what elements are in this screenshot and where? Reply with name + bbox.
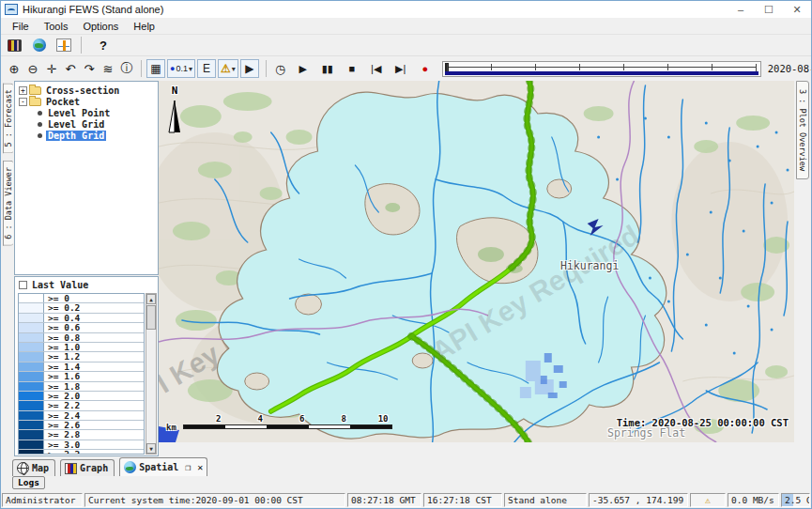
- scroll-thumb[interactable]: [146, 305, 156, 330]
- logs-button[interactable]: Logs: [12, 476, 45, 489]
- chevron-down-icon: ▾: [232, 65, 236, 73]
- right-tab-strip: 3 : Plot Overview: [794, 81, 811, 456]
- main-toolbar: ?: [1, 35, 811, 55]
- help-icon[interactable]: ?: [100, 39, 107, 53]
- tab-maximize-icon[interactable]: ❐: [185, 462, 191, 472]
- zoom-out-icon[interactable]: ⊖: [23, 59, 42, 78]
- tab-graph[interactable]: Graph: [60, 459, 115, 476]
- map-display-icon[interactable]: [33, 39, 46, 52]
- legend-swatch: [19, 352, 44, 361]
- point-size-dropdown[interactable]: ● 0.1 ▾: [167, 59, 195, 78]
- status-warning-icon[interactable]: ⚠: [690, 493, 726, 507]
- threshold-warning-dropdown[interactable]: ⚠ ▾: [218, 59, 238, 78]
- tree-node-level-point[interactable]: Level Point: [15, 107, 158, 118]
- left-tab-strip: 5 : Forecast 6 : Data Viewer: [1, 81, 14, 456]
- legend-row: >= 2.0: [19, 392, 144, 401]
- status-system-time: Current system time:2020-09-01 00:00 CST: [84, 493, 345, 507]
- legend-row: >= 0.2: [19, 303, 144, 313]
- zoom-in-icon[interactable]: ⊕: [5, 59, 23, 78]
- minimize-button[interactable]: –: [727, 1, 755, 18]
- map-time-label: Time: 2020-08-25 00:00:00 CST: [617, 417, 789, 428]
- legend-swatch: [19, 440, 44, 449]
- skip-end-icon[interactable]: ▶|: [391, 59, 410, 78]
- warning-icon: ⚠: [221, 62, 231, 75]
- legend-row: >= 1.2: [19, 352, 144, 362]
- expand-icon[interactable]: +: [19, 86, 27, 95]
- legend-swatch: [19, 294, 44, 302]
- database-icon[interactable]: [8, 39, 22, 52]
- legend-swatch: [19, 382, 44, 391]
- legend-swatch: [19, 411, 44, 420]
- chevron-down-icon: ▾: [189, 65, 192, 73]
- legend-row: >= 1.4: [19, 362, 144, 372]
- legend-swatch: [19, 450, 44, 455]
- zoom-next-icon[interactable]: ↷: [80, 59, 99, 78]
- place-label-hikurangi: Hikurangi: [560, 259, 619, 272]
- tree-node-pocket[interactable]: - Pocket: [15, 96, 158, 107]
- status-coordinates: -35.657 , 174.199: [589, 493, 688, 507]
- tab-data-viewer[interactable]: 6 : Data Viewer: [3, 161, 13, 246]
- legend-swatch: [19, 362, 44, 371]
- time-slider[interactable]: [442, 61, 761, 77]
- status-memory[interactable]: 2.5 GB: [781, 493, 810, 507]
- status-local-time: 16:27:18 CST: [423, 493, 502, 507]
- legend-swatch: [19, 372, 44, 380]
- last-value-checkbox[interactable]: [19, 281, 27, 289]
- menu-item[interactable]: Options: [75, 20, 126, 33]
- pan-icon[interactable]: ✛: [42, 59, 61, 78]
- collapse-icon[interactable]: -: [19, 98, 27, 106]
- layers-icon[interactable]: ≋: [99, 59, 117, 78]
- bullet-icon: [38, 122, 42, 127]
- legend-row: >= 0.6: [19, 323, 144, 332]
- tree-node-cross-section[interactable]: + Cross-section: [15, 85, 158, 96]
- legend-row: >= 0.4: [19, 314, 144, 323]
- zoom-previous-icon[interactable]: ↶: [61, 59, 80, 78]
- map-canvas[interactable]: API Key Required: [159, 81, 794, 442]
- stop-icon[interactable]: ■: [343, 59, 361, 78]
- grid-toggle-icon[interactable]: ▦: [146, 59, 165, 78]
- map-viewport[interactable]: API Key Required: [159, 81, 794, 456]
- menu-item[interactable]: Tools: [37, 20, 76, 33]
- skip-start-icon[interactable]: |◀: [367, 59, 386, 78]
- play-icon[interactable]: ▶: [294, 59, 313, 78]
- menu-item[interactable]: File: [5, 20, 37, 33]
- tab-close-icon[interactable]: ✕: [197, 462, 203, 472]
- tab-forecast[interactable]: 5 : Forecast: [3, 83, 13, 153]
- window-title: Hikurangi FEWS (Stand alone): [23, 4, 163, 15]
- legend-swatch: [19, 392, 44, 400]
- folder-icon: [29, 86, 41, 95]
- legend-panel: Last Value >= 0 >= 0.2 >= 0.4 >= 0.6: [14, 276, 159, 456]
- logs-row: Logs: [1, 476, 811, 492]
- north-arrow: N: [166, 85, 183, 137]
- bullet-icon: [38, 133, 42, 138]
- bullet-icon: [38, 111, 42, 116]
- legend-row: >= 0: [19, 294, 144, 303]
- tree-node-depth-grid[interactable]: Depth Grid: [15, 130, 158, 141]
- close-button[interactable]: ✕: [783, 1, 811, 18]
- legend-swatch: [19, 421, 44, 429]
- tab-map[interactable]: Map: [12, 459, 55, 476]
- legend-swatch: [19, 343, 44, 351]
- movie-export-icon[interactable]: ▶: [240, 59, 259, 78]
- app-icon: [5, 4, 18, 15]
- point-dot-icon: ●: [170, 64, 175, 73]
- animation-clock-icon[interactable]: ◷: [271, 59, 290, 78]
- maximize-button[interactable]: ☐: [755, 1, 783, 18]
- legend-row: >= 1.6: [19, 372, 144, 381]
- legend-scrollbar[interactable]: ▲ ▼: [146, 293, 157, 455]
- tab-plot-overview[interactable]: 3 : Plot Overview: [796, 81, 809, 179]
- scroll-up-icon[interactable]: ▲: [146, 294, 156, 304]
- scale-bar: km 246810: [166, 414, 392, 429]
- pause-icon[interactable]: ▮▮: [318, 59, 337, 78]
- label-toggle-icon[interactable]: E: [197, 59, 216, 78]
- tree-node-level-grid[interactable]: Level Grid: [15, 118, 158, 130]
- menu-item[interactable]: Help: [126, 20, 162, 33]
- tab-spatial[interactable]: Spatial ❐ ✕: [119, 457, 207, 476]
- scroll-down-icon[interactable]: ▼: [146, 443, 156, 454]
- status-transfer-rate: 0.0 MB/s: [728, 493, 779, 507]
- legend-row: >= 0.8: [19, 333, 144, 343]
- timeseries-icon[interactable]: [56, 39, 71, 52]
- record-icon[interactable]: ●: [416, 59, 435, 78]
- info-icon[interactable]: ⓘ: [117, 59, 136, 78]
- spatial-tab-icon: [124, 461, 136, 473]
